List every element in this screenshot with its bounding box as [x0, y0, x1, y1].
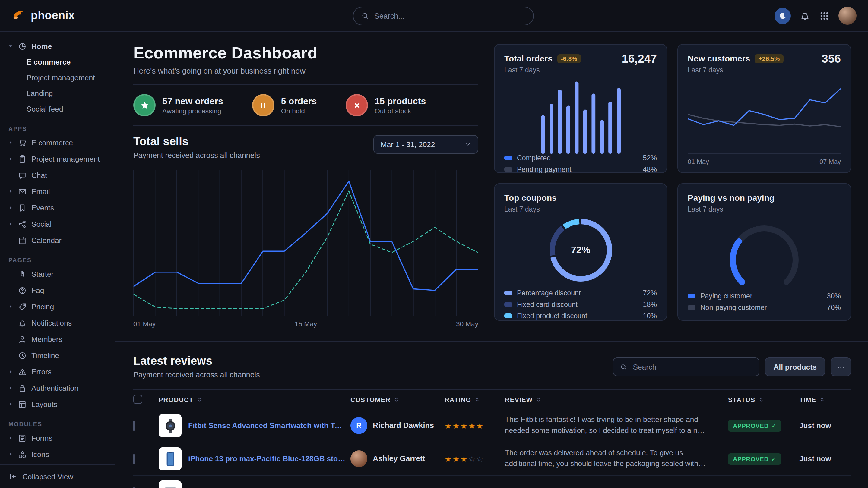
card-period: Last 7 days [504, 66, 657, 73]
topbar-actions [775, 7, 857, 25]
bookmark-icon [18, 203, 27, 212]
column-header-status[interactable]: STATUS [728, 396, 795, 403]
stat-awating-processing: 57 new ordersAwating processing [133, 94, 223, 116]
column-header-review[interactable]: REVIEW [505, 396, 723, 403]
row-checkbox[interactable] [133, 454, 134, 464]
sidebar-item-label: Email [31, 187, 50, 196]
stat-out-of-stock: 15 productsOut of stock [346, 94, 426, 116]
sidebar-item-errors[interactable]: Errors [0, 363, 115, 380]
notifications-bell-icon[interactable] [800, 10, 810, 21]
row-checkbox[interactable] [133, 487, 134, 488]
sidebar-item-project-management[interactable]: Project management [0, 151, 115, 167]
reviews-search[interactable] [613, 357, 760, 376]
select-all-checkbox[interactable] [133, 395, 142, 404]
warning-icon [18, 367, 27, 376]
envelope-icon [18, 187, 27, 196]
legend-label: Fixed card discount [517, 300, 578, 308]
theme-toggle-button[interactable] [775, 7, 791, 24]
sidebar-item-forms[interactable]: Forms [0, 430, 115, 446]
sidebar-item-notifications[interactable]: Notifications [0, 315, 115, 331]
legend-item: Fixed product discount10% [504, 312, 657, 320]
sidebar-item-pricing[interactable]: Pricing [0, 298, 115, 315]
topbar: phoenix [0, 0, 868, 32]
question-icon [18, 286, 27, 294]
card-title: Paying vs non paying [688, 193, 775, 202]
legend-label: Paying customer [700, 292, 752, 300]
sidebar-item-label: Members [31, 335, 62, 343]
legend-value: 72% [643, 289, 657, 297]
reviews-search-input[interactable] [633, 363, 752, 371]
stat-caption: Awating processing [162, 107, 223, 115]
caret-right-icon [8, 156, 13, 162]
sidebar-item-events[interactable]: Events [0, 199, 115, 216]
global-search-input[interactable] [374, 12, 525, 20]
user-avatar[interactable] [838, 7, 857, 25]
collapsed-view-button[interactable]: Collapsed View [0, 464, 115, 488]
sidebar-item-label: Notifications [31, 319, 72, 327]
card-period: Last 7 days [688, 66, 841, 73]
sidebar-subitem-e-commerce[interactable]: E commerce [0, 54, 115, 70]
all-products-button[interactable]: All products [765, 357, 825, 376]
latest-reviews-title: Latest reviews [133, 355, 260, 368]
page-subtitle: Here's what's going on at your business … [133, 66, 478, 75]
global-search[interactable] [352, 7, 533, 25]
top-coupons-donut-chart: 72% [549, 219, 612, 282]
page-title: Ecommerce Dashboard [133, 44, 478, 63]
sidebar-item-icons[interactable]: Icons [0, 446, 115, 462]
sidebar-item-layouts[interactable]: Layouts [0, 396, 115, 412]
brand[interactable]: phoenix [11, 8, 75, 23]
caret-right-icon [8, 304, 13, 309]
x-axis-label: 07 May [819, 158, 841, 165]
sidebar-item-calendar[interactable]: Calendar [0, 232, 115, 248]
sidebar-subitem-project-management[interactable]: Project management [0, 70, 115, 86]
date-range-select[interactable]: Mar 1 - 31, 2022 [373, 135, 478, 154]
column-header-rating[interactable]: RATING [444, 396, 500, 403]
search-icon [620, 363, 628, 370]
sidebar-item-label: E commerce [31, 138, 73, 147]
column-header-product[interactable]: PRODUCT [159, 396, 346, 403]
phoenix-logo-icon [11, 8, 26, 23]
legend-item: Percentage discount72% [504, 289, 657, 297]
total-sells-x-axis: 01 May 15 May 30 May [133, 320, 478, 327]
total-sells-header: Total sells Payment received across all … [133, 135, 478, 160]
sidebar-item-starter[interactable]: Starter [0, 266, 115, 282]
sidebar-item-social[interactable]: Social [0, 216, 115, 232]
column-header-time[interactable]: TIME [799, 396, 851, 403]
product-link[interactable]: Fitbit Sense Advanced Smartwatch with To… [188, 421, 346, 430]
sidebar-item-timeline[interactable]: Timeline [0, 347, 115, 363]
sidebar-item-label: Faq [31, 286, 44, 294]
sidebar-item-home[interactable]: Home [0, 38, 115, 54]
collapsed-view-label: Collapsed View [22, 472, 73, 481]
chat-icon [18, 171, 27, 180]
sidebar-item-members[interactable]: Members [0, 331, 115, 347]
customer-name: Ashley Garrett [373, 455, 425, 463]
stat-caption: On hold [281, 107, 317, 115]
x-axis-label: 01 May [133, 320, 156, 327]
sidebar: HomeE commerceProject managementLandingS… [0, 32, 115, 488]
sidebar-item-authentication[interactable]: Authentication [0, 380, 115, 396]
row-checkbox[interactable] [133, 421, 134, 431]
product-thumbnail [159, 481, 182, 488]
sidebar-item-e-commerce[interactable]: E commerce [0, 134, 115, 151]
clock-icon [18, 351, 27, 360]
sidebar-subitem-social-feed[interactable]: Social feed [0, 101, 115, 117]
column-header-customer[interactable]: CUSTOMER [350, 396, 440, 403]
form-icon [18, 434, 27, 442]
sidebar-subitem-landing[interactable]: Landing [0, 86, 115, 101]
x-axis-label: 30 May [456, 320, 478, 327]
apps-grid-icon[interactable] [819, 10, 829, 21]
sidebar-item-faq[interactable]: Faq [0, 282, 115, 298]
stat-caption: Out of stock [375, 107, 426, 115]
more-options-button[interactable] [831, 357, 851, 376]
new-customers-card: New customers +26.5% Last 7 days 356 01 … [677, 44, 851, 173]
legend-marker [504, 302, 512, 306]
caret-right-icon [8, 385, 13, 391]
main-content: Ecommerce Dashboard Here's what's going … [115, 32, 868, 488]
sidebar-item-chat[interactable]: Chat [0, 167, 115, 183]
stat-circle [346, 94, 368, 116]
moon-icon [778, 11, 787, 20]
product-link[interactable]: iPhone 13 pro max-Pacific Blue-128GB sto… [188, 455, 346, 463]
kpi-cards-grid: Total orders -6.8% Last 7 days 16,247 Co… [494, 44, 851, 327]
sidebar-item-label: Authentication [31, 384, 79, 392]
sidebar-item-email[interactable]: Email [0, 183, 115, 199]
